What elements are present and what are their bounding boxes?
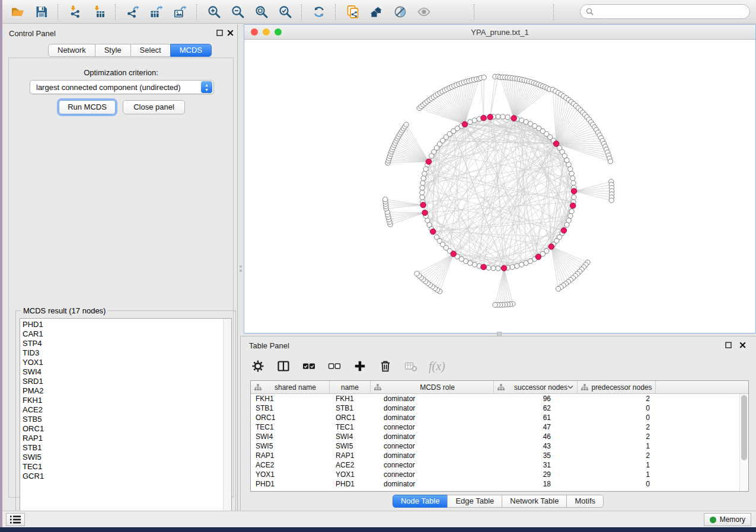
table-cell[interactable]: TEC1: [251, 422, 330, 432]
table-cell[interactable]: dominator: [371, 394, 494, 403]
column-header-MCDS-role[interactable]: MCDS role: [371, 381, 494, 393]
table-cell[interactable]: 29: [494, 470, 578, 479]
table-row[interactable]: PHD1PHD1dominator180: [251, 479, 739, 489]
float-panel-button[interactable]: [215, 28, 224, 37]
table-row[interactable]: SWI5SWI5connector431: [251, 441, 739, 451]
table-cell[interactable]: PHD1: [251, 479, 330, 489]
mcds-result-item[interactable]: SWI5: [23, 453, 222, 462]
search-input[interactable]: [597, 7, 744, 16]
mcds-result-item[interactable]: GCR1: [23, 472, 222, 481]
table-row[interactable]: TEC1TEC1connector472: [251, 422, 739, 432]
table-cell[interactable]: YOX1: [251, 470, 330, 479]
zoom-out-button[interactable]: [228, 2, 247, 21]
table-row[interactable]: YOX1YOX1connector291: [251, 470, 739, 479]
table-cell[interactable]: 31: [494, 460, 578, 470]
new-network-from-selection-button[interactable]: [343, 2, 362, 21]
close-table-panel-button[interactable]: [738, 341, 747, 349]
table-cell[interactable]: 61: [494, 413, 578, 422]
table-cell[interactable]: 2: [578, 451, 656, 460]
export-network-button[interactable]: [123, 2, 142, 21]
unselect-all-button[interactable]: [327, 358, 342, 374]
table-row[interactable]: RAP1RAP1dominator352: [251, 451, 739, 460]
mcds-result-item[interactable]: TID3: [23, 348, 222, 358]
table-cell[interactable]: 43: [494, 441, 578, 451]
table-cell[interactable]: ORC1: [251, 413, 330, 422]
table-cell[interactable]: dominator: [371, 479, 494, 489]
table-scrollbar-thumb[interactable]: [741, 395, 747, 460]
zoom-selected-button[interactable]: [276, 2, 295, 21]
table-scrollbar[interactable]: [739, 394, 748, 491]
column-header-name[interactable]: name: [330, 381, 371, 393]
run-mcds-button[interactable]: Run MCDS: [59, 100, 116, 114]
table-cell[interactable]: SWI4: [251, 432, 330, 441]
table-cell[interactable]: ACE2: [251, 460, 330, 470]
table-cell[interactable]: SWI4: [330, 432, 371, 441]
column-header-shared-name[interactable]: shared name: [251, 381, 330, 393]
network-view-titlebar[interactable]: YPA_prune.txt_1: [244, 25, 755, 40]
table-cell[interactable]: SWI5: [330, 441, 371, 451]
table-cell[interactable]: RAP1: [330, 451, 371, 460]
table-cell[interactable]: 18: [494, 479, 578, 489]
table-cell[interactable]: connector: [371, 460, 494, 470]
table-row[interactable]: STB1STB1dominator620: [251, 403, 739, 413]
table-cell[interactable]: 1: [578, 441, 656, 451]
table-cell[interactable]: 96: [494, 394, 578, 403]
table-cell[interactable]: 0: [578, 479, 656, 489]
tab-network-table[interactable]: Network Table: [502, 495, 567, 508]
export-image-button[interactable]: [171, 2, 190, 21]
mcds-result-item[interactable]: ACE2: [23, 405, 222, 415]
mcds-result-item[interactable]: TEC1: [23, 462, 222, 472]
import-network-button[interactable]: [66, 2, 85, 21]
table-cell[interactable]: connector: [371, 441, 494, 451]
mcds-result-item[interactable]: STB1: [23, 443, 222, 453]
table-cell[interactable]: YOX1: [330, 470, 371, 479]
equation-builder-button[interactable]: f(x): [429, 360, 445, 373]
tab-mcds[interactable]: MCDS: [170, 44, 212, 57]
table-cell[interactable]: 1: [578, 470, 656, 479]
tab-edge-table[interactable]: Edge Table: [447, 495, 502, 508]
tab-network[interactable]: Network: [48, 44, 95, 57]
criterion-dropdown[interactable]: largest connected component (undirected)…: [30, 80, 214, 94]
table-cell[interactable]: FKH1: [330, 394, 371, 403]
table-cell[interactable]: 0: [578, 403, 656, 413]
export-table-button[interactable]: [147, 2, 166, 21]
table-cell[interactable]: ACE2: [330, 460, 371, 470]
search-field[interactable]: [580, 4, 750, 19]
table-cell[interactable]: 46: [494, 432, 578, 441]
mcds-result-item[interactable]: PMA2: [23, 386, 222, 396]
delete-row-button[interactable]: [378, 358, 393, 374]
table-cell[interactable]: 0: [578, 413, 656, 422]
table-cell[interactable]: 2: [578, 432, 656, 441]
tab-style[interactable]: Style: [95, 44, 131, 57]
delete-table-button[interactable]: [403, 358, 419, 374]
table-row[interactable]: FKH1FKH1dominator962: [251, 394, 739, 403]
memory-button[interactable]: Memory: [704, 513, 751, 526]
table-cell[interactable]: 47: [494, 422, 578, 432]
tab-motifs[interactable]: Motifs: [566, 495, 604, 508]
table-cell[interactable]: SWI5: [251, 441, 330, 451]
float-table-panel-button[interactable]: [724, 341, 732, 349]
mcds-result-item[interactable]: STP4: [23, 339, 222, 348]
table-cell[interactable]: 2: [578, 422, 656, 432]
mcds-result-item[interactable]: PHD1: [23, 320, 222, 329]
table-cell[interactable]: 62: [494, 403, 578, 413]
save-session-button[interactable]: [32, 2, 51, 21]
table-cell[interactable]: dominator: [371, 413, 494, 422]
table-cell[interactable]: RAP1: [251, 451, 330, 460]
table-cell[interactable]: 1: [578, 460, 656, 470]
first-neighbors-button[interactable]: [367, 2, 386, 21]
select-all-button[interactable]: [301, 358, 317, 374]
table-cell[interactable]: STB1: [251, 403, 330, 413]
open-session-button[interactable]: [8, 2, 27, 21]
table-cell[interactable]: FKH1: [251, 394, 330, 403]
table-cell[interactable]: PHD1: [330, 479, 371, 489]
table-cell[interactable]: dominator: [371, 432, 494, 441]
mcds-result-item[interactable]: YOX1: [23, 358, 222, 367]
network-graph[interactable]: [244, 40, 755, 333]
column-header-predecessor-nodes[interactable]: predecessor nodes: [578, 381, 656, 393]
tab-select[interactable]: Select: [130, 44, 171, 57]
apply-preferred-layout-button[interactable]: [310, 2, 328, 21]
show-columns-button[interactable]: [276, 358, 291, 374]
table-cell[interactable]: 35: [494, 451, 578, 460]
mcds-result-item[interactable]: FKH1: [23, 396, 222, 405]
